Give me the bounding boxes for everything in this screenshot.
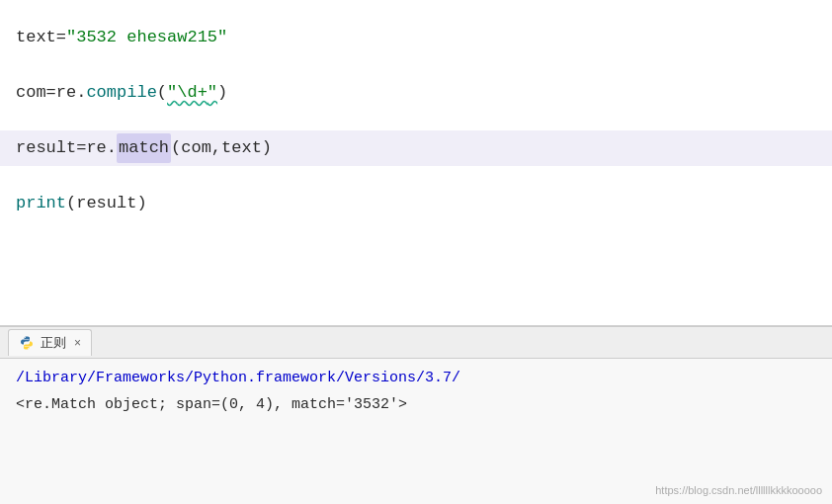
code-var: com	[16, 79, 46, 106]
code-line-3: result = re .match(com,text)	[0, 130, 832, 166]
panel-tab-label: 正则	[41, 334, 66, 352]
code-dot: .	[76, 79, 86, 106]
code-text: text	[16, 24, 56, 50]
code-func: compile	[86, 79, 156, 106]
code-string: "3532 ehesaw215"	[66, 24, 227, 50]
code-print-func: print	[16, 190, 66, 216]
code-match-keyword: match	[117, 133, 171, 162]
tab-close-button[interactable]: ×	[74, 336, 81, 350]
code-line-empty-3	[16, 166, 816, 186]
code-line-empty-2	[16, 111, 816, 130]
code-module: re	[86, 134, 106, 161]
code-op: =	[56, 24, 66, 50]
output-path: /Library/Frameworks/Python.framework/Ver…	[16, 365, 816, 391]
code-line-4: print (result)	[16, 186, 816, 221]
code-line-2: com = re . compile ( "\d+" )	[16, 75, 816, 111]
code-line-empty-1	[16, 55, 816, 75]
code-args: (com,text)	[171, 134, 272, 161]
watermark: https://blog.csdn.net/llllllkkkkooooo	[655, 484, 822, 496]
panel-tab[interactable]: 正则 ×	[8, 329, 92, 356]
panel-tab-bar: 正则 ×	[0, 327, 832, 359]
code-module: re	[56, 79, 76, 106]
bottom-panel: 正则 × /Library/Frameworks/Python.framewor…	[0, 326, 832, 504]
code-var: result	[16, 134, 76, 161]
panel-output: /Library/Frameworks/Python.framework/Ver…	[0, 359, 832, 424]
output-result: <re.Match object; span=(0, 4), match='35…	[16, 391, 816, 418]
editor-area: text = "3532 ehesaw215" com = re . compi…	[0, 0, 832, 326]
python-icon	[19, 335, 35, 351]
code-op: =	[46, 79, 56, 106]
code-paren: (	[157, 79, 167, 106]
code-regex-string: "\d+"	[167, 79, 217, 106]
code-paren-close: )	[217, 79, 227, 106]
code-op: =	[76, 134, 86, 161]
code-print-args: (result)	[66, 190, 147, 216]
code-line-1: text = "3532 ehesaw215"	[16, 20, 816, 55]
code-dot: .	[107, 134, 117, 161]
